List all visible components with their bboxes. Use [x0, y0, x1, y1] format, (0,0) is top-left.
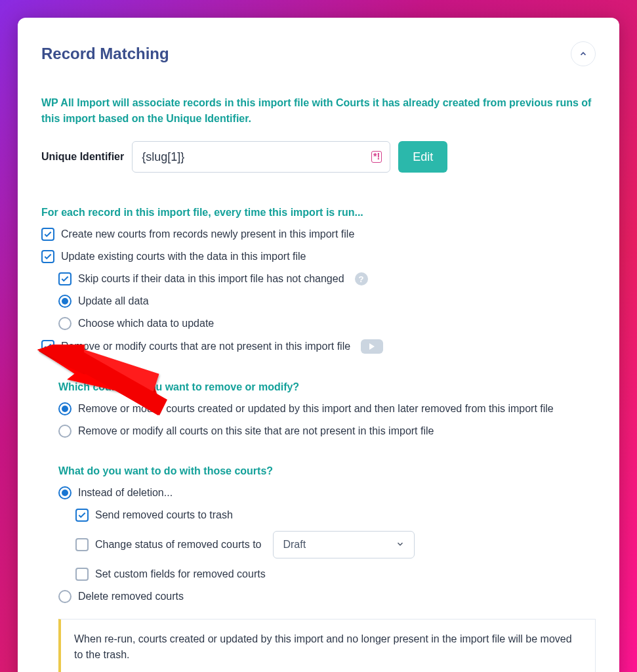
what-do-heading: What do you want to do with those courts…	[58, 465, 596, 477]
chevron-up-icon	[579, 49, 588, 58]
instead-option: Instead of deletion...	[58, 486, 596, 499]
custom-fields-checkbox[interactable]	[75, 568, 89, 581]
delete-label: Delete removed courts	[78, 591, 184, 602]
which-opt1-radio[interactable]	[58, 402, 72, 415]
choose-data-label: Choose which data to update	[78, 318, 214, 329]
which-opt1: Remove or modify courts created or updat…	[58, 402, 596, 415]
chevron-down-icon	[396, 539, 405, 551]
update-all-label: Update all data	[78, 295, 149, 307]
for-each-heading: For each record in this import file, eve…	[41, 207, 596, 219]
record-matching-panel: Record Matching WP All Import will assoc…	[18, 18, 619, 672]
remove-missing-option: Remove or modify courts that are not pre…	[41, 339, 596, 354]
create-new-option: Create new courts from records newly pre…	[41, 228, 596, 241]
edit-button[interactable]: Edit	[398, 141, 447, 173]
svg-marker-0	[40, 345, 159, 409]
status-select[interactable]: Draft	[273, 531, 415, 558]
update-all-radio[interactable]	[58, 295, 72, 308]
delete-radio[interactable]	[58, 590, 72, 603]
create-new-checkbox[interactable]	[41, 228, 54, 241]
instead-label: Instead of deletion...	[78, 487, 173, 499]
collapse-button[interactable]	[571, 41, 596, 66]
which-courts-heading: Which courts do you want to remove or mo…	[58, 381, 596, 393]
info-notice: When re-run, courts created or updated b…	[58, 619, 596, 672]
uid-input-container: *!	[132, 141, 390, 173]
uid-input[interactable]	[140, 150, 371, 165]
which-opt1-label: Remove or modify courts created or updat…	[78, 403, 554, 415]
panel-header: Record Matching	[41, 41, 596, 66]
instead-radio[interactable]	[58, 486, 72, 499]
uid-label: Unique Identifier	[41, 151, 124, 163]
trash-checkbox[interactable]	[75, 509, 89, 522]
remove-missing-checkbox[interactable]	[41, 340, 54, 353]
change-status-option: Change status of removed courts to Draft	[75, 531, 596, 558]
which-opt2-radio[interactable]	[58, 425, 72, 438]
play-icon	[369, 343, 375, 350]
update-existing-checkbox[interactable]	[41, 250, 54, 263]
skip-unchanged-label: Skip courts if their data in this import…	[78, 273, 344, 285]
skip-unchanged-checkbox[interactable]	[58, 272, 72, 285]
update-all-option: Update all data	[58, 295, 596, 308]
section-title: Record Matching	[41, 45, 169, 63]
status-select-value: Draft	[283, 539, 306, 551]
which-opt2-label: Remove or modify all courts on this site…	[78, 425, 434, 437]
remove-missing-label: Remove or modify courts that are not pre…	[61, 341, 350, 352]
custom-fields-option: Set custom fields for removed courts	[75, 568, 596, 581]
choose-data-option: Choose which data to update	[58, 317, 596, 330]
trash-option: Send removed courts to trash	[75, 509, 596, 522]
which-opt2: Remove or modify all courts on this site…	[58, 425, 596, 438]
video-help-button[interactable]	[361, 339, 383, 354]
create-new-label: Create new courts from records newly pre…	[61, 228, 354, 240]
svg-marker-2	[39, 345, 157, 406]
update-existing-option: Update existing courts with the data in …	[41, 250, 596, 263]
section-description: WP All Import will associate records in …	[41, 95, 596, 127]
change-status-checkbox[interactable]	[75, 538, 89, 551]
change-status-label: Change status of removed courts to	[95, 539, 261, 551]
delete-option: Delete removed courts	[58, 590, 596, 603]
unique-identifier-row: Unique Identifier *! Edit	[41, 141, 596, 173]
help-icon[interactable]: ?	[355, 272, 368, 285]
custom-fields-label: Set custom fields for removed courts	[95, 568, 266, 580]
update-existing-label: Update existing courts with the data in …	[61, 251, 306, 262]
skip-unchanged-option: Skip courts if their data in this import…	[58, 272, 596, 285]
choose-data-radio[interactable]	[58, 317, 72, 330]
trash-label: Send removed courts to trash	[95, 509, 233, 521]
template-tag-icon: *!	[371, 151, 382, 162]
